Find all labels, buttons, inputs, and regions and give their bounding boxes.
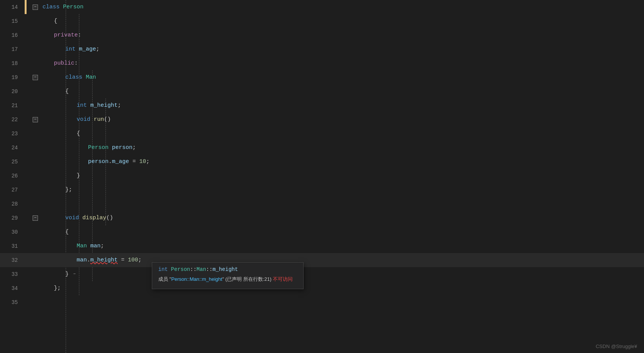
code-lines: 14 − class Person 15 { 16 private: <box>0 0 644 309</box>
yellow-bar <box>25 28 27 42</box>
code-line-35: 35 <box>0 295 644 309</box>
number-100: 100 <box>128 253 138 267</box>
line-number: 28 <box>0 197 25 211</box>
code-content: class Man <box>41 70 644 84</box>
yellow-bar <box>25 112 27 127</box>
code-editor: 14 − class Person 15 { 16 private: <box>0 0 644 353</box>
line-number: 21 <box>0 98 25 112</box>
fold-gutter[interactable]: − <box>30 75 41 80</box>
tooltip-member: m_height <box>213 266 238 272</box>
fold-gutter[interactable]: − <box>30 5 41 10</box>
code-line-26: 26 } <box>0 169 644 183</box>
punct: . <box>109 155 112 169</box>
fold-button[interactable]: − <box>33 5 38 10</box>
var-m-age2: m_age <box>112 155 132 169</box>
fold-gutter[interactable]: − <box>30 117 41 122</box>
tooltip-title: int Person::Man::m_height <box>158 266 297 272</box>
code-line-33: 33 } − <box>0 267 644 281</box>
punct: }; <box>65 183 72 197</box>
var-person2: person <box>88 155 109 169</box>
code-content: { <box>41 14 644 28</box>
yellow-bar <box>25 141 27 155</box>
punct: ; <box>138 253 142 267</box>
code-content: void display() <box>41 211 644 225</box>
class-name-person: Person <box>63 0 83 14</box>
yellow-bar <box>25 253 27 267</box>
line-number: 16 <box>0 28 25 42</box>
punct: . <box>87 253 90 267</box>
punct: : <box>74 56 78 70</box>
line-number: 15 <box>0 14 25 28</box>
code-content: { <box>41 127 644 141</box>
code-line-22: 22 − void run() <box>0 112 644 127</box>
code-content: { <box>41 84 644 98</box>
line-number: 18 <box>0 56 25 70</box>
code-line-14: 14 − class Person <box>0 0 644 14</box>
code-content: void run() <box>41 112 644 127</box>
code-line-20: 20 { <box>0 84 644 98</box>
code-content: Man man; <box>41 239 644 253</box>
yellow-bar <box>25 56 27 70</box>
line-number: 17 <box>0 42 25 56</box>
code-content: }; <box>41 281 644 295</box>
code-content: private: <box>41 28 644 42</box>
yellow-bar <box>25 197 27 211</box>
line-number: 22 <box>0 112 25 127</box>
line-number: 26 <box>0 169 25 183</box>
yellow-bar <box>25 42 27 56</box>
fold-button[interactable]: − <box>33 75 38 80</box>
yellow-bar <box>25 239 27 253</box>
type-int: int <box>77 98 90 112</box>
tooltip-sep1: :: <box>190 266 197 272</box>
code-line-32: 32 man.m_height = 100; <box>0 253 644 267</box>
tooltip-error-text: 不可访问 <box>273 276 293 282</box>
punct: = <box>118 253 128 267</box>
number-10: 10 <box>139 155 146 169</box>
fold-button[interactable]: − <box>33 215 38 221</box>
fold-gutter[interactable]: − <box>30 215 41 221</box>
keyword-class: class <box>65 70 86 84</box>
punct: ; <box>101 239 104 253</box>
punct: ; <box>96 42 99 56</box>
var-m-age: m_age <box>79 42 96 56</box>
yellow-bar <box>25 211 27 225</box>
fold-button[interactable]: − <box>33 117 38 122</box>
line-number: 31 <box>0 239 25 253</box>
code-content: int m_age; <box>41 42 644 56</box>
code-content: }; <box>41 183 644 197</box>
line-number: 34 <box>0 281 25 295</box>
punct: } <box>65 267 69 281</box>
type-void: void <box>77 112 94 127</box>
punct: { <box>77 127 80 141</box>
code-line-24: 24 Person person; <box>0 141 644 155</box>
code-line-27: 27 }; <box>0 183 644 197</box>
code-line-18: 18 public: <box>0 56 644 70</box>
type-int: int <box>65 42 79 56</box>
watermark: CSDN @Struggle¥ <box>596 344 637 349</box>
code-line-30: 30 { <box>0 225 644 239</box>
class-ref-person: Person <box>88 141 112 155</box>
tooltip-class-person: Person <box>171 266 190 272</box>
var-man2: man <box>77 253 87 267</box>
code-line-17: 17 int m_age; <box>0 42 644 56</box>
punct: : <box>78 28 81 42</box>
yellow-bar <box>25 169 27 183</box>
yellow-bar <box>25 281 27 295</box>
code-line-29: 29 − void display() <box>0 211 644 225</box>
code-content: { <box>41 225 644 239</box>
code-line-23: 23 { <box>0 127 644 141</box>
line-number: 33 <box>0 267 25 281</box>
tooltip-body-text: 成员 " <box>158 276 171 282</box>
yellow-bar <box>25 127 27 141</box>
tooltip-member-ref: Person::Man::m_height <box>171 276 222 282</box>
tooltip-type: int <box>158 266 171 272</box>
var-m-height: m_height <box>90 98 118 112</box>
punct: { <box>65 84 69 98</box>
code-line-21: 21 int m_height; <box>0 98 644 112</box>
punct: } <box>77 169 80 183</box>
punct: = <box>132 155 139 169</box>
tooltip-class-man: Man <box>197 266 206 272</box>
punct: () <box>104 112 111 127</box>
yellow-bar <box>25 70 27 84</box>
code-line-34: 34 }; <box>0 281 644 295</box>
